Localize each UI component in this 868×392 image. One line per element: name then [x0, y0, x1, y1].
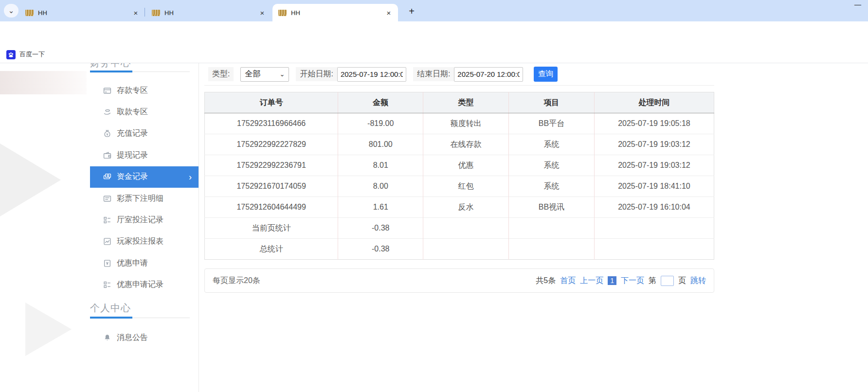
cell-empty: [509, 239, 595, 260]
prev-page-link[interactable]: 上一页: [580, 276, 603, 286]
chart-report-icon: [103, 237, 111, 246]
cell-order-no: 1752923116966466: [205, 113, 338, 134]
cell-order-no: 1752922992227829: [205, 134, 338, 155]
tab-close-icon[interactable]: ×: [384, 8, 393, 17]
finance-section-header: 财务中心: [90, 63, 199, 80]
sidebar-item-withdrawal-records[interactable]: 提现记录: [90, 144, 199, 166]
sidebar-item-label: 取款专区: [117, 107, 148, 117]
cell-empty: [423, 239, 509, 260]
start-date-group: 开始日期:: [296, 67, 406, 82]
summary-row-total: 总统计 -0.38: [205, 239, 714, 260]
table-row: 1752922992227829 801.00 在线存款 系统 2025-07-…: [205, 134, 714, 155]
end-date-input[interactable]: [454, 67, 523, 82]
cell-time: 2025-07-19 16:10:04: [594, 197, 714, 218]
cell-type: 反水: [423, 197, 509, 218]
usercenter-sidebar: 财务中心 存款专区 取款专区: [90, 63, 199, 392]
cell-project: BB平台: [509, 113, 595, 134]
start-date-label: 开始日期:: [296, 67, 337, 81]
sidebar-item-label: 彩票下注明细: [117, 194, 163, 204]
cell-summary-label: 总统计: [205, 239, 338, 260]
sidebar-item-withdraw-zone[interactable]: 取款专区: [90, 101, 199, 123]
cell-empty: [423, 218, 509, 239]
current-page-badge[interactable]: 1: [608, 276, 616, 285]
browser-tab-2[interactable]: HH ×: [146, 4, 271, 21]
banknotes-icon: [103, 173, 111, 181]
sidebar-item-fund-records[interactable]: 资金记录 ›: [90, 166, 199, 188]
fund-records-table: 订单号 金额 类型 项目 处理时间 1752923116966466 -819.…: [204, 92, 714, 260]
personal-section-header: 个人中心: [90, 302, 199, 323]
summary-row-current-page: 当前页统计 -0.38: [205, 218, 714, 239]
start-date-input[interactable]: [337, 67, 406, 82]
first-page-link[interactable]: 首页: [560, 276, 576, 286]
bookmark-label: 百度一下: [19, 50, 45, 59]
search-button[interactable]: 查询: [534, 67, 558, 82]
section-title: 个人中心: [90, 302, 131, 315]
sidebar-item-announcements[interactable]: 消息公告: [90, 327, 199, 348]
cell-empty: [509, 218, 595, 239]
new-tab-button[interactable]: +: [405, 5, 418, 18]
end-date-group: 结束日期:: [413, 67, 523, 82]
cell-project: 系统: [509, 176, 595, 197]
baidu-paw-icon: [6, 50, 16, 59]
table-row: 1752912604644499 1.61 反水 BB视讯 2025-07-19…: [205, 197, 714, 218]
type-select-value: 全部: [245, 69, 260, 79]
tab-close-icon[interactable]: ×: [258, 8, 267, 17]
tab-close-icon[interactable]: ×: [131, 8, 140, 17]
sidebar-item-label: 优惠申请记录: [117, 280, 163, 290]
page-number-input[interactable]: [661, 276, 674, 286]
table-row: 1752922992236791 8.01 优惠 系统 2025-07-19 1…: [205, 155, 714, 176]
plus-icon: +: [409, 6, 415, 17]
column-header-order-no: 订单号: [205, 92, 338, 113]
window-minimize-button[interactable]: —: [851, 0, 864, 9]
background-texture: [0, 71, 87, 94]
cell-time: 2025-07-19 19:03:12: [594, 155, 714, 176]
cell-project: 系统: [509, 134, 595, 155]
cell-order-no: 1752921670174059: [205, 176, 338, 197]
sidebar-item-deposit-zone[interactable]: 存款专区: [90, 80, 199, 101]
list-detail-icon: [103, 195, 111, 203]
chevron-right-icon: ›: [189, 173, 192, 181]
sidebar-item-lottery-bet-details[interactable]: 彩票下注明细: [90, 188, 199, 209]
next-page-link[interactable]: 下一页: [621, 276, 644, 286]
coupon-yen-icon: [103, 259, 111, 267]
cell-amount: 801.00: [338, 134, 423, 155]
tab-strip: ⌄ HH × HH × HH × + —: [0, 0, 868, 21]
section-title: 财务中心: [90, 63, 131, 70]
sidebar-item-label: 充值记录: [117, 128, 148, 139]
background-triangle: [25, 303, 72, 356]
browser-tab-1[interactable]: HH ×: [19, 4, 145, 21]
deposit-card-icon: [103, 87, 111, 95]
tab-search-button[interactable]: ⌄: [4, 4, 18, 18]
site-favicon: [152, 10, 160, 16]
cell-time: 2025-07-19 19:03:12: [594, 134, 714, 155]
filter-bar: 类型: 全部 ⌄ 开始日期: 结束日期: 查询: [204, 63, 714, 86]
bookmark-item-baidu[interactable]: 百度一下: [6, 50, 45, 59]
cell-type: 红包: [423, 176, 509, 197]
browser-tab-3-active[interactable]: HH ×: [272, 4, 398, 21]
column-header-project: 项目: [509, 92, 595, 113]
cell-time: 2025-07-19 19:05:18: [594, 113, 714, 134]
sidebar-item-label: 优惠申请: [117, 258, 148, 268]
sidebar-item-hall-bet-records[interactable]: 厅室投注记录: [90, 209, 199, 231]
sidebar-item-promo-apply-records[interactable]: 优惠申请记录: [90, 274, 199, 296]
fund-records-panel: 类型: 全部 ⌄ 开始日期: 结束日期: 查询 订单号: [204, 63, 714, 293]
sidebar-item-promo-apply[interactable]: 优惠申请: [90, 252, 199, 274]
sidebar-item-recharge-records[interactable]: 充值记录: [90, 123, 199, 144]
cell-project: 系统: [509, 155, 595, 176]
browser-toolbar: ← → ↻ ⌂ mgm1065.com/hhcp/usercenter.html…: [0, 21, 868, 46]
background-triangle: [0, 143, 61, 216]
cell-type: 在线存款: [423, 134, 509, 155]
money-bag-icon: [103, 129, 111, 138]
cell-type: 优惠: [423, 155, 509, 176]
cell-amount: 8.01: [338, 155, 423, 176]
type-select[interactable]: 全部 ⌄: [240, 67, 289, 82]
cell-time: 2025-07-19 18:41:10: [594, 176, 714, 197]
sidebar-item-label: 提现记录: [117, 150, 148, 160]
section-accent-bar: [90, 317, 132, 319]
bell-icon: [103, 334, 111, 342]
jump-button[interactable]: 跳转: [690, 276, 706, 286]
chevron-down-icon: ⌄: [280, 71, 285, 78]
hand-coins-icon: [103, 108, 111, 116]
sidebar-item-player-bet-report[interactable]: 玩家投注报表: [90, 231, 199, 252]
cell-empty: [594, 239, 714, 260]
